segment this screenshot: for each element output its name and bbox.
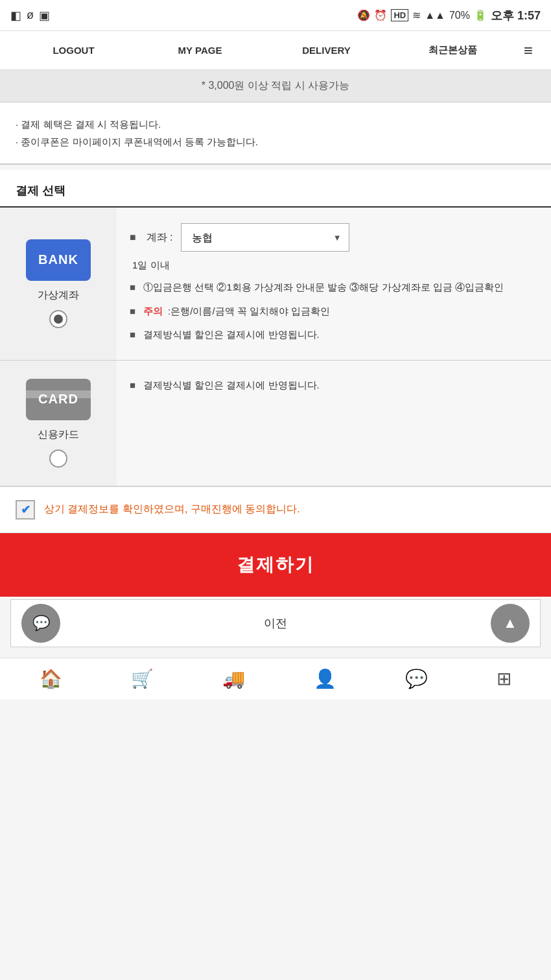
bullet-2: ■	[130, 278, 135, 297]
mute-icon: 🔕	[357, 9, 370, 21]
info-line-1: · 결제 혜택은 결제 시 적용됩니다.	[16, 115, 535, 133]
payment-title: 결제 선택	[0, 170, 551, 208]
back-section: 💬 이전 ▲	[10, 599, 541, 647]
nav-logout[interactable]: LOGOUT	[10, 40, 137, 61]
bullet-4: ■	[130, 326, 135, 344]
day-note: 1일 이내	[132, 259, 538, 272]
bottom-nav-cart[interactable]: 🛒	[121, 663, 164, 695]
signal-icon: ▲▲	[425, 10, 445, 21]
notice-text: * 3,000원 이상 적립 시 사용가능	[202, 80, 350, 91]
agree-text: 상기 결제정보를 확인하였으며, 구매진행에 동의합니다.	[44, 503, 300, 516]
chat-nav-icon: 💬	[405, 668, 428, 689]
card-option-left: CARD 신용카드	[0, 361, 117, 486]
bank-select[interactable]: 농협 국민은행 신한은행 우리은행 하나은행 기업은행	[181, 223, 349, 252]
card-detail: ■ 결제방식별 할인은 결제시에 반영됩니다.	[130, 376, 538, 395]
checkmark-icon: ✔	[21, 503, 30, 517]
bank-detail-text-1: ①입금은행 선택 ②1회용 가상계좌 안내문 발송 ③해당 가상계좌로 입금 ④…	[143, 278, 504, 297]
app-icon-2: ø	[27, 8, 34, 22]
bullet-icon: ■	[130, 232, 136, 243]
bank-detail-1: ■ ①입금은행 선택 ②1회용 가상계좌 안내문 발송 ③해당 가상계좌로 입금…	[130, 278, 538, 297]
alarm-icon: ⏰	[374, 9, 387, 21]
card-option-right: ■ 결제방식별 할인은 결제시에 반영됩니다.	[117, 361, 551, 486]
status-time: 오후 1:57	[491, 8, 541, 23]
notice-red-label: 주의	[143, 302, 163, 321]
info-line-2: · 종이쿠폰은 마이페이지 쿠폰내역에서 등록 가능합니다.	[16, 133, 535, 150]
bank-option-left: BANK 가상계좌	[0, 208, 117, 360]
status-bar: ◧ ø ▣ 🔕 ⏰ HD ≋ ▲▲ 70% 🔋 오후 1:57	[0, 0, 551, 31]
battery-text: 70%	[449, 10, 470, 21]
nav-hamburger-menu[interactable]: ≡	[516, 36, 541, 65]
nav-mypage[interactable]: MY PAGE	[137, 40, 263, 61]
info-section: · 결제 혜택은 결제 시 적용됩니다. · 종이쿠폰은 마이페이지 쿠폰내역에…	[0, 102, 551, 165]
back-button[interactable]: 이전	[264, 615, 287, 631]
card-detail-text: 결제방식별 할인은 결제시에 반영됩니다.	[143, 376, 320, 395]
nav-bar: LOGOUT MY PAGE DELIVERY 최근본상품 ≡	[0, 31, 551, 70]
bank-account-select-wrap: ■ 계좌 : 농협 국민은행 신한은행 우리은행 하나은행 기업은행	[130, 223, 538, 252]
bank-select-container: 농협 국민은행 신한은행 우리은행 하나은행 기업은행	[181, 223, 349, 252]
pay-button[interactable]: 결제하기	[0, 533, 551, 597]
nav-recent[interactable]: 최근본상품	[390, 39, 516, 62]
grid-icon: ⊞	[497, 668, 511, 689]
nav-delivery[interactable]: DELIVERY	[263, 40, 390, 61]
delivery-icon: 🚚	[222, 668, 245, 689]
bullet-3: ■	[130, 302, 135, 321]
bottom-nav-home[interactable]: 🏠	[29, 663, 73, 695]
status-left-icons: ◧ ø ▣	[10, 8, 50, 23]
bottom-nav-grid[interactable]: ⊞	[486, 663, 522, 695]
bottom-nav-profile[interactable]: 👤	[303, 663, 347, 695]
hd-badge: HD	[391, 9, 408, 21]
profile-icon: 👤	[314, 668, 336, 689]
payment-section: 결제 선택 BANK 가상계좌 ■ 계좌 : 농협 국민은행 신한은행 우리은행…	[0, 170, 551, 486]
account-label: 계좌 :	[147, 231, 173, 245]
agree-checkbox[interactable]: ✔	[16, 500, 35, 520]
app-icon-1: ◧	[10, 8, 21, 23]
status-right-icons: 🔕 ⏰ HD ≋ ▲▲ 70% 🔋 오후 1:57	[357, 8, 541, 23]
card-radio-button[interactable]	[49, 449, 67, 468]
bank-detail-2: ■ 결제방식별 할인은 결제시에 반영됩니다.	[130, 326, 538, 344]
scroll-top-circle-button[interactable]: ▲	[491, 604, 530, 643]
bottom-nav-delivery[interactable]: 🚚	[212, 663, 255, 695]
wifi-icon: ≋	[412, 9, 421, 21]
card-label: 신용카드	[38, 428, 79, 442]
bottom-nav: 🏠 🛒 🚚 👤 💬 ⊞	[0, 658, 551, 699]
charging-icon: 🔋	[474, 9, 487, 21]
bullet-5: ■	[130, 376, 135, 395]
bank-notice-line: ■ 주의 :은행/이름/금액 꼭 일치해야 입금확인	[130, 302, 538, 321]
bank-detail-text-2: 결제방식별 할인은 결제시에 반영됩니다.	[143, 326, 320, 344]
app-icon-3: ▣	[39, 8, 50, 23]
card-payment-row: CARD 신용카드 ■ 결제방식별 할인은 결제시에 반영됩니다.	[0, 361, 551, 486]
bank-icon: BANK	[26, 239, 91, 281]
bank-radio-button[interactable]	[49, 310, 67, 328]
notice-banner: * 3,000원 이상 적립 시 사용가능	[0, 70, 551, 102]
chat-icon: 💬	[32, 615, 50, 632]
bank-option-right: ■ 계좌 : 농협 국민은행 신한은행 우리은행 하나은행 기업은행 1일 이내…	[117, 208, 551, 360]
home-icon: 🏠	[40, 668, 62, 689]
cart-icon: 🛒	[131, 668, 154, 689]
bottom-nav-chat[interactable]: 💬	[395, 663, 438, 695]
chat-circle-button[interactable]: 💬	[21, 604, 60, 643]
bank-payment-row: BANK 가상계좌 ■ 계좌 : 농협 국민은행 신한은행 우리은행 하나은행 …	[0, 208, 551, 361]
agree-section: ✔ 상기 결제정보를 확인하였으며, 구매진행에 동의합니다.	[0, 486, 551, 533]
bank-label: 가상계좌	[38, 289, 79, 302]
up-arrow-icon: ▲	[503, 615, 517, 632]
card-icon: CARD	[26, 379, 91, 420]
notice-content: :은행/이름/금액 꼭 일치해야 입금확인	[168, 302, 330, 321]
